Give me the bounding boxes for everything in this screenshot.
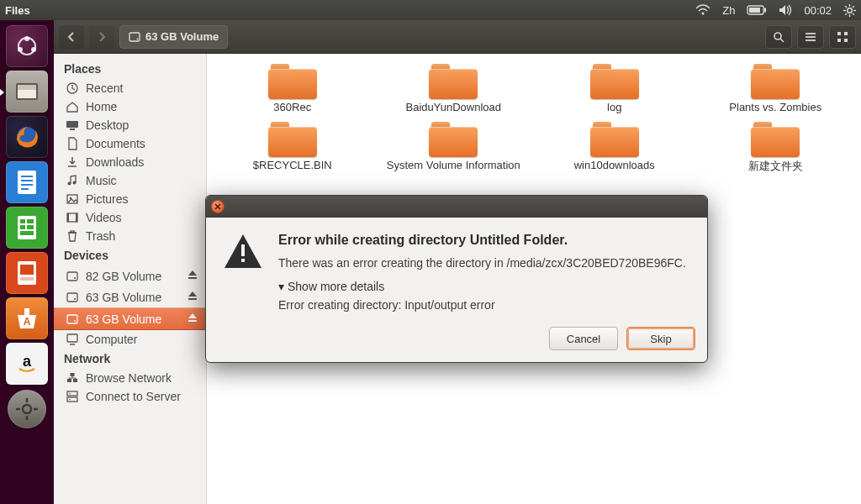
sidebar-places-title: Places bbox=[54, 59, 206, 79]
sidebar-item-videos[interactable]: Videos bbox=[54, 208, 206, 227]
svg-rect-86 bbox=[241, 259, 245, 262]
gear-icon[interactable] bbox=[843, 4, 856, 17]
dialog-title: Error while creating directory Untitled … bbox=[278, 233, 690, 248]
svg-rect-33 bbox=[20, 265, 34, 275]
svg-rect-75 bbox=[188, 320, 197, 322]
launcher-dash[interactable] bbox=[6, 25, 48, 67]
svg-rect-21 bbox=[18, 171, 36, 194]
sidebar-item-label: 63 GB Volume bbox=[86, 291, 161, 304]
folder-label: Plants vs. Zombies bbox=[729, 101, 821, 113]
folder-item[interactable]: log bbox=[534, 64, 695, 113]
app-title: Files bbox=[5, 4, 30, 17]
svg-point-83 bbox=[69, 393, 71, 395]
battery-icon[interactable] bbox=[747, 5, 767, 15]
sidebar-network-0[interactable]: Browse Network bbox=[54, 369, 206, 387]
folder-label: System Volume Information bbox=[387, 159, 520, 171]
svg-point-15 bbox=[31, 47, 36, 52]
svg-rect-85 bbox=[241, 244, 245, 256]
folder-item[interactable]: Plants vs. Zombies bbox=[695, 64, 857, 113]
svg-rect-69 bbox=[188, 277, 197, 279]
chevron-down-icon: ▾ bbox=[278, 280, 284, 293]
svg-rect-19 bbox=[18, 85, 36, 90]
launcher-files[interactable] bbox=[6, 71, 48, 113]
error-dialog: Error while creating directory Untitled … bbox=[205, 195, 708, 363]
wifi-icon[interactable] bbox=[695, 4, 710, 16]
launcher-settings[interactable] bbox=[8, 390, 46, 428]
launcher-writer[interactable] bbox=[6, 161, 48, 203]
eject-icon[interactable] bbox=[186, 311, 199, 327]
disk-icon bbox=[129, 31, 140, 43]
folder-icon bbox=[590, 64, 639, 99]
launcher-amazon[interactable]: a bbox=[6, 343, 48, 385]
dialog-expander-label: Show more details bbox=[288, 280, 384, 293]
svg-line-9 bbox=[845, 6, 847, 8]
launcher-impress[interactable] bbox=[6, 252, 48, 294]
folder-item[interactable]: 360Rec bbox=[212, 64, 373, 113]
sidebar-item-downloads[interactable]: Downloads bbox=[54, 153, 206, 171]
launcher-software[interactable]: A bbox=[6, 297, 48, 339]
sidebar-item-home[interactable]: Home bbox=[54, 97, 206, 116]
svg-rect-3 bbox=[749, 8, 760, 13]
folder-item[interactable]: System Volume Information bbox=[373, 122, 535, 174]
launcher-calc[interactable] bbox=[6, 207, 48, 249]
sidebar-device-1[interactable]: 63 GB Volume bbox=[54, 286, 206, 307]
dialog-close-button[interactable] bbox=[211, 200, 224, 213]
sidebar-item-label: 82 GB Volume bbox=[86, 270, 161, 283]
search-button[interactable] bbox=[765, 25, 792, 49]
svg-point-84 bbox=[69, 399, 71, 401]
folder-item[interactable]: BaiduYunDownload bbox=[373, 64, 535, 113]
svg-rect-28 bbox=[27, 219, 34, 223]
svg-rect-63 bbox=[67, 213, 69, 222]
svg-point-71 bbox=[74, 298, 76, 300]
view-menu-button[interactable] bbox=[797, 25, 824, 49]
sidebar-item-label: 63 GB Volume bbox=[86, 312, 161, 326]
sidebar-item-label: Browse Network bbox=[86, 371, 172, 385]
nav-forward-button[interactable] bbox=[89, 25, 114, 49]
sidebar-item-label: Computer bbox=[86, 333, 137, 346]
cancel-button[interactable]: Cancel bbox=[549, 327, 618, 350]
launcher-firefox[interactable] bbox=[6, 116, 48, 158]
sidebar-device-0[interactable]: 82 GB Volume bbox=[54, 265, 206, 286]
sidebar-item-label: Home bbox=[86, 100, 117, 113]
svg-rect-51 bbox=[844, 32, 848, 35]
svg-rect-53 bbox=[844, 39, 848, 42]
folder-item[interactable]: win10downloads bbox=[534, 122, 695, 174]
dialog-titlebar[interactable] bbox=[206, 196, 707, 218]
sidebar-item-label: Music bbox=[86, 174, 117, 187]
svg-rect-78 bbox=[67, 379, 71, 382]
sidebar-network-1[interactable]: Connect to Server bbox=[54, 387, 206, 406]
sidebar-item-recent[interactable]: Recent bbox=[54, 79, 206, 97]
nav-back-button[interactable] bbox=[59, 25, 84, 49]
unity-launcher: A a bbox=[0, 20, 54, 504]
clock[interactable]: 00:02 bbox=[804, 4, 832, 17]
sidebar-item-music[interactable]: Music bbox=[54, 171, 206, 190]
svg-rect-70 bbox=[67, 293, 77, 302]
dialog-expander[interactable]: ▾ Show more details bbox=[278, 280, 690, 293]
folder-icon bbox=[268, 64, 317, 99]
ime-indicator[interactable]: Zh bbox=[722, 4, 735, 17]
sidebar-device-3[interactable]: Computer bbox=[54, 330, 206, 349]
eject-icon[interactable] bbox=[186, 289, 199, 305]
svg-line-10 bbox=[853, 13, 854, 14]
sidebar-device-2[interactable]: 63 GB Volume bbox=[54, 307, 206, 330]
sidebar-item-trash[interactable]: Trash bbox=[54, 227, 206, 245]
eject-icon[interactable] bbox=[186, 268, 199, 284]
svg-rect-31 bbox=[20, 231, 34, 235]
svg-point-74 bbox=[74, 320, 76, 322]
svg-point-68 bbox=[74, 277, 76, 279]
volume-icon[interactable] bbox=[779, 4, 792, 16]
folder-label: 360Rec bbox=[273, 101, 311, 113]
sidebar-item-documents[interactable]: Documents bbox=[54, 134, 206, 153]
folder-item[interactable]: $RECYCLE.BIN bbox=[212, 122, 373, 174]
svg-point-16 bbox=[18, 47, 23, 52]
sidebar-item-desktop[interactable]: Desktop bbox=[54, 116, 206, 134]
sidebar-item-label: Recent bbox=[86, 81, 123, 95]
sidebar-item-label: Documents bbox=[86, 137, 145, 150]
folder-item[interactable]: 新建文件夹 bbox=[695, 122, 857, 174]
skip-button[interactable]: Skip bbox=[626, 327, 695, 350]
sidebar-network-title: Network bbox=[54, 349, 206, 369]
location-chip[interactable]: 63 GB Volume bbox=[119, 25, 228, 49]
sidebar-item-pictures[interactable]: Pictures bbox=[54, 190, 206, 208]
svg-rect-72 bbox=[188, 298, 197, 300]
grid-menu-button[interactable] bbox=[829, 25, 856, 49]
